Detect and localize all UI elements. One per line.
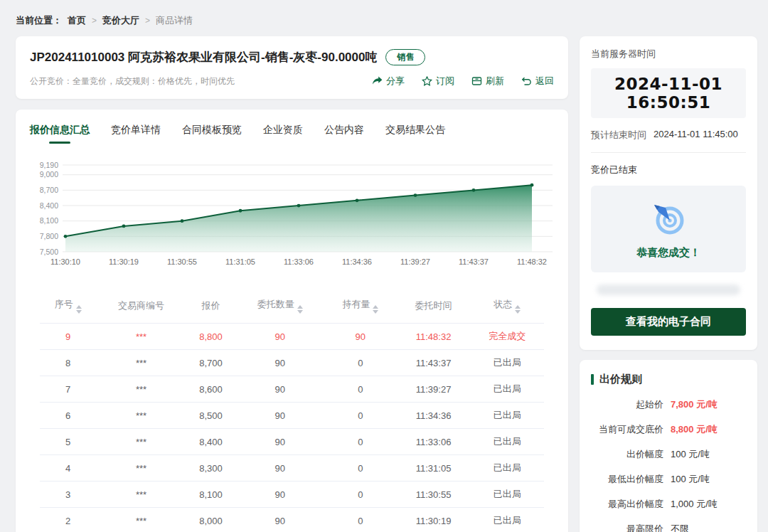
- rule-row-1: 当前可成交底价8,800 元/吨: [591, 423, 746, 436]
- deal-success-text: 恭喜您成交！: [591, 246, 746, 260]
- deal-result-box: 恭喜您成交！: [591, 186, 746, 272]
- svg-text:7,800: 7,800: [40, 232, 58, 240]
- table-row-4: 5***8,40090011:33:06已出局: [40, 429, 544, 455]
- cell-5-3: 90: [236, 455, 324, 482]
- table-row-0: 9***8,800909011:48:32完全成交: [40, 324, 544, 350]
- layout: JP202411010003 阿克苏裕农果业有限公司-销售-灰枣-90.0000…: [16, 36, 757, 532]
- subscribe-label: 订阅: [436, 75, 454, 87]
- target-dart-icon: [650, 200, 687, 237]
- column-header-4[interactable]: 持有量: [324, 291, 397, 324]
- subscribe-button[interactable]: 订阅: [422, 75, 454, 87]
- column-header-6[interactable]: 状态: [470, 291, 544, 324]
- tab-3[interactable]: 企业资质: [263, 122, 303, 145]
- share-icon: [372, 76, 383, 86]
- title-accent-bar: [591, 374, 594, 385]
- end-time-row: 预计结束时间 2024-11-01 11:45:00: [591, 129, 746, 142]
- breadcrumb-item-1[interactable]: 竞价大厅: [102, 14, 139, 27]
- column-header-3[interactable]: 委托数量: [236, 291, 324, 324]
- rule-row-4: 最高出价幅度1,000 元/吨: [591, 498, 746, 511]
- cell-7-5: 11:30:19: [397, 508, 471, 532]
- bid-rules-title: 出价规则: [599, 373, 642, 386]
- sort-caret-icon[interactable]: [76, 305, 82, 314]
- cell-2-1: ***: [96, 376, 186, 403]
- sort-caret-icon[interactable]: [297, 305, 303, 314]
- tab-2[interactable]: 合同模板预览: [182, 122, 242, 145]
- column-header-label: 序号: [55, 299, 73, 309]
- table-row-5: 4***8,30090011:31:05已出局: [40, 455, 544, 482]
- back-button[interactable]: 返回: [521, 75, 554, 87]
- sort-up-arrow: [76, 305, 82, 309]
- column-header-label: 委托时间: [415, 300, 452, 311]
- cell-0-2: 8,800: [186, 324, 236, 350]
- sort-up-arrow: [515, 305, 521, 309]
- cell-1-5: 11:43:37: [397, 350, 471, 376]
- breadcrumb: 当前位置： 首页>竞价大厅>商品详情: [16, 14, 757, 27]
- table-row-1: 8***8,70090011:43:37已出局: [40, 350, 544, 376]
- svg-text:11:48:32: 11:48:32: [517, 257, 547, 266]
- tab-0[interactable]: 报价信息汇总: [30, 122, 90, 145]
- cell-6-4: 0: [324, 482, 397, 508]
- svg-text:11:33:06: 11:33:06: [284, 257, 314, 266]
- sort-caret-icon[interactable]: [515, 305, 521, 314]
- svg-text:11:31:05: 11:31:05: [225, 257, 255, 266]
- title-row: JP202411010003 阿克苏裕农果业有限公司-销售-灰枣-90.0000…: [30, 49, 554, 65]
- cell-7-2: 8,000: [186, 508, 236, 532]
- bid-rules-card: 出价规则 起始价7,800 元/吨当前可成交底价8,800 元/吨出价幅度100…: [580, 360, 757, 532]
- rule-row-3: 最低出价幅度100 元/吨: [591, 473, 746, 486]
- sort-caret-icon[interactable]: [373, 305, 378, 314]
- back-label: 返回: [535, 75, 554, 87]
- bid-table-header-row: 序号交易商编号报价委托数量持有量委托时间状态: [40, 291, 544, 324]
- cell-3-1: ***: [96, 403, 186, 429]
- cell-7-1: ***: [96, 508, 186, 532]
- refresh-label: 刷新: [486, 75, 504, 87]
- subtitle-row: 公开竞价：全量竞价，成交规则：价格优先，时间优先 分享订阅刷新返回: [30, 75, 554, 87]
- rule-value-1: 8,800 元/吨: [671, 423, 718, 436]
- refresh-icon: [471, 76, 482, 86]
- refresh-button[interactable]: 刷新: [471, 75, 504, 87]
- rule-row-2: 出价幅度100 元/吨: [591, 448, 746, 461]
- svg-text:7,500: 7,500: [40, 248, 58, 256]
- cell-3-4: 0: [324, 403, 397, 429]
- page-title: JP202411010003 阿克苏裕农果业有限公司-销售-灰枣-90.0000…: [30, 49, 377, 65]
- cell-3-2: 8,500: [186, 403, 236, 429]
- cell-2-3: 90: [236, 376, 324, 403]
- cell-1-4: 0: [324, 350, 397, 376]
- view-contract-button[interactable]: 查看我的电子合同: [591, 308, 746, 336]
- column-header-2: 报价: [186, 291, 236, 324]
- svg-text:8,700: 8,700: [40, 186, 58, 194]
- cell-0-4: 90: [324, 324, 397, 350]
- auction-ended-text: 竞价已结束: [591, 164, 746, 176]
- cell-1-6: 已出局: [470, 350, 544, 376]
- svg-text:11:30:19: 11:30:19: [109, 257, 139, 266]
- share-label: 分享: [386, 75, 405, 87]
- cell-4-5: 11:33:06: [397, 429, 471, 455]
- rule-label-0: 起始价: [591, 398, 663, 411]
- cell-5-4: 0: [324, 455, 397, 482]
- tab-4[interactable]: 公告内容: [324, 122, 364, 145]
- svg-text:11:39:27: 11:39:27: [400, 257, 430, 266]
- rule-value-3: 100 元/吨: [671, 473, 710, 486]
- column-header-label: 持有量: [342, 299, 370, 309]
- cell-4-4: 0: [324, 429, 397, 455]
- sort-down-arrow: [515, 310, 521, 314]
- cell-5-6: 已出局: [470, 455, 544, 482]
- back-icon: [521, 76, 532, 86]
- cell-6-1: ***: [96, 482, 186, 508]
- share-button[interactable]: 分享: [372, 75, 405, 87]
- column-header-label: 交易商编号: [118, 300, 164, 311]
- breadcrumb-item-0[interactable]: 首页: [68, 14, 86, 27]
- cell-2-0: 7: [40, 376, 96, 403]
- auction-status-card: 当前服务器时间 2024-11-01 16:50:51 预计结束时间 2024-…: [580, 36, 757, 350]
- column-header-0[interactable]: 序号: [40, 291, 96, 324]
- page: 当前位置： 首页>竞价大厅>商品详情 JP202411010003 阿克苏裕农果…: [0, 0, 768, 532]
- cell-0-0: 9: [40, 324, 96, 350]
- cell-1-1: ***: [96, 350, 186, 376]
- cell-4-1: ***: [96, 429, 186, 455]
- header-actions: 分享订阅刷新返回: [372, 75, 554, 87]
- cell-6-6: 已出局: [470, 482, 544, 508]
- tab-1[interactable]: 竞价单详情: [111, 122, 161, 145]
- main-column: JP202411010003 阿克苏裕农果业有限公司-销售-灰枣-90.0000…: [16, 36, 568, 532]
- server-time-label: 当前服务器时间: [591, 48, 746, 60]
- blurred-info-bar: [597, 284, 740, 295]
- tab-5[interactable]: 交易结果公告: [385, 122, 445, 145]
